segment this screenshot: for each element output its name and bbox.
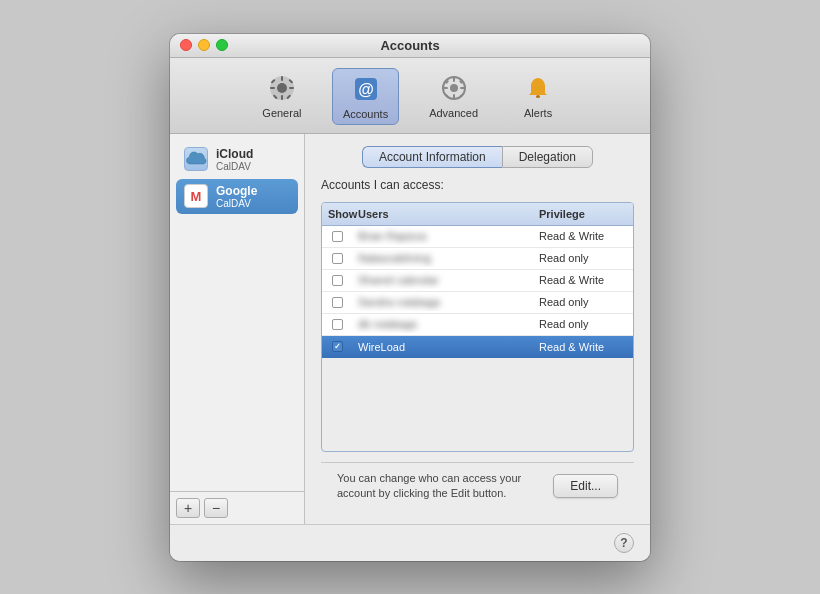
sidebar-controls: + − (170, 491, 304, 524)
titlebar: Accounts (170, 34, 650, 58)
edit-button[interactable]: Edit... (553, 474, 618, 498)
general-label: General (262, 107, 301, 119)
footer-text: You can change who can access your accou… (337, 471, 553, 502)
svg-rect-5 (289, 87, 294, 89)
advanced-icon (438, 72, 470, 104)
minimize-button[interactable] (198, 39, 210, 51)
table-row-selected[interactable]: WireLoad Read & Write (322, 336, 633, 358)
svg-rect-14 (453, 77, 455, 82)
accounts-label: Accounts (343, 108, 388, 120)
row2-checkbox[interactable] (322, 250, 352, 267)
row5-checkbox[interactable] (322, 316, 352, 333)
toolbar-item-accounts[interactable]: @ Accounts (332, 68, 399, 125)
toolbar-item-alerts[interactable]: Alerts (508, 68, 568, 125)
table-body: Brian Rapizza Read & Write Natascaldming… (322, 226, 633, 358)
row3-checkbox[interactable] (322, 272, 352, 289)
add-account-button[interactable]: + (176, 498, 200, 518)
svg-rect-4 (270, 87, 275, 89)
advanced-label: Advanced (429, 107, 478, 119)
traffic-lights (180, 39, 228, 51)
google-text: Google CalDAV (216, 184, 257, 209)
row3-privilege: Read & Write (533, 271, 633, 289)
icloud-text: iCloud CalDAV (216, 147, 253, 172)
remove-account-button[interactable]: − (204, 498, 228, 518)
table-row[interactable]: Shared calendar Read & Write (322, 270, 633, 292)
table-row[interactable]: Natascaldming Read only (322, 248, 633, 270)
alerts-label: Alerts (524, 107, 552, 119)
close-button[interactable] (180, 39, 192, 51)
table-row[interactable]: Sandra rutabaga Read only (322, 292, 633, 314)
checkbox-3[interactable] (332, 275, 343, 286)
toolbar-item-advanced[interactable]: Advanced (419, 68, 488, 125)
row6-privilege: Read & Write (533, 338, 633, 356)
checkbox-5[interactable] (332, 319, 343, 330)
zoom-button[interactable] (216, 39, 228, 51)
svg-rect-2 (281, 76, 283, 81)
toolbar: General @ Accounts (170, 58, 650, 134)
window-title: Accounts (380, 38, 439, 53)
row4-privilege: Read only (533, 293, 633, 311)
bottom-area: You can change who can access your accou… (321, 462, 634, 512)
svg-rect-16 (443, 87, 448, 89)
row5-user: db rutabaga (352, 315, 533, 333)
row1-privilege: Read & Write (533, 227, 633, 245)
toolbar-item-general[interactable]: General (252, 68, 312, 125)
tab-delegation[interactable]: Delegation (502, 146, 593, 168)
icloud-sub: CalDAV (216, 161, 253, 172)
svg-point-1 (277, 83, 287, 93)
row6-user: WireLoad (352, 338, 533, 356)
alerts-icon (522, 72, 554, 104)
row2-privilege: Read only (533, 249, 633, 267)
svg-rect-15 (453, 94, 455, 99)
sidebar-list: iCloud CalDAV M Google CalDAV (170, 134, 304, 491)
main-panel: Account Information Delegation Accounts … (305, 134, 650, 524)
row4-user: Sandra rutabaga (352, 293, 533, 311)
checkbox-4[interactable] (332, 297, 343, 308)
table-row[interactable]: Brian Rapizza Read & Write (322, 226, 633, 248)
accounts-icon: @ (350, 73, 382, 105)
accounts-section-label: Accounts I can access: (321, 178, 634, 192)
row1-user: Brian Rapizza (352, 227, 533, 245)
sidebar-item-icloud[interactable]: iCloud CalDAV (176, 142, 298, 177)
checkbox-1[interactable] (332, 231, 343, 242)
sidebar: iCloud CalDAV M Google CalDAV (170, 134, 305, 524)
window-footer: ? (170, 524, 650, 561)
row6-checkbox[interactable] (322, 338, 352, 355)
row4-checkbox[interactable] (322, 294, 352, 311)
google-name: Google (216, 184, 257, 198)
general-icon (266, 72, 298, 104)
svg-rect-3 (281, 95, 283, 100)
row1-checkbox[interactable] (322, 228, 352, 245)
checkbox-6[interactable] (332, 341, 343, 352)
tab-bar: Account Information Delegation (321, 146, 634, 168)
svg-rect-22 (536, 95, 540, 98)
icloud-name: iCloud (216, 147, 253, 161)
table-row[interactable]: db rutabaga Read only (322, 314, 633, 336)
google-icon: M (184, 184, 208, 208)
google-sub: CalDAV (216, 198, 257, 209)
svg-text:@: @ (358, 81, 374, 98)
app-window: Accounts General (170, 34, 650, 561)
table-header: Show Users Privilege (322, 203, 633, 226)
row2-user: Natascaldming (352, 249, 533, 267)
checkbox-2[interactable] (332, 253, 343, 264)
icloud-icon (184, 147, 208, 171)
content-area: iCloud CalDAV M Google CalDAV (170, 134, 650, 524)
col-privilege: Privilege (533, 206, 633, 222)
svg-rect-17 (460, 87, 465, 89)
tab-account-information[interactable]: Account Information (362, 146, 502, 168)
accounts-table: Show Users Privilege Brian Rapizza Read … (321, 202, 634, 452)
col-show: Show (322, 206, 352, 222)
help-button[interactable]: ? (614, 533, 634, 553)
svg-text:M: M (191, 189, 202, 204)
row3-user: Shared calendar (352, 271, 533, 289)
col-users: Users (352, 206, 533, 222)
sidebar-item-google[interactable]: M Google CalDAV (176, 179, 298, 214)
row5-privilege: Read only (533, 315, 633, 333)
svg-point-13 (450, 84, 458, 92)
